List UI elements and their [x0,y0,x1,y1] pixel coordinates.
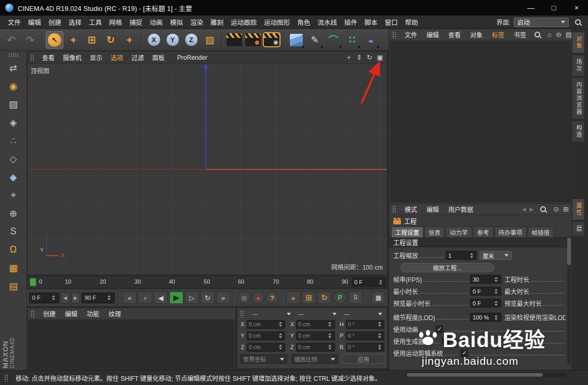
points-mode-button[interactable]: ∴ [3,132,24,149]
snap-mode-button[interactable]: S [3,223,24,240]
zoom-view-icon[interactable]: ⇕ [355,53,364,62]
spinner-icon[interactable] [106,293,112,303]
spinner-icon[interactable] [327,321,333,328]
spinner-icon[interactable] [493,275,499,283]
rot-b-field[interactable]: 0 ° [346,343,384,352]
preview-min-field[interactable]: 0 F [470,299,501,308]
mograph-array-button[interactable]: ∷ [343,31,361,49]
vp-menu-prorender[interactable]: ProRender [173,53,211,62]
vp-menu-options[interactable]: 选项 [107,52,127,63]
scale-unit-select[interactable]: 厘米 [479,251,512,260]
search-icon[interactable] [534,32,540,37]
size-y-field[interactable]: 0 cm [296,331,335,340]
min-time-field[interactable]: 0 F [470,287,501,296]
key-points-button[interactable]: ⠿ [349,291,363,304]
menu-item-window[interactable]: 窗口 [381,16,402,29]
frame-decrement-button[interactable]: ◀ [61,293,70,303]
lock-icon[interactable]: ⊙ [553,205,559,213]
spinner-icon[interactable] [327,332,333,340]
loop-button[interactable]: ↻ [201,291,215,304]
om-menu-objects[interactable]: 对象 [466,29,487,40]
nav-forward-icon[interactable]: ▹ [530,205,533,213]
section-title[interactable]: 工程设置 [389,237,572,247]
tab-project-settings[interactable]: 工程设置 [391,227,423,237]
spinner-icon[interactable] [378,278,383,286]
prev-key-button[interactable]: ‹ [138,291,152,304]
pos-x-field[interactable]: 0 cm [247,320,285,329]
coordinate-system-button[interactable]: ▧ [201,31,219,49]
use-generators-checkbox[interactable]: ✓ [442,338,449,345]
size-z-field[interactable]: 0 cm [296,343,335,352]
move-tool[interactable]: + [64,31,82,49]
rot-p-field[interactable]: 0 ° [346,331,384,340]
side-tab-takes[interactable]: 场次 [572,55,585,76]
texture-mode-button[interactable]: ▨ [3,96,24,113]
menu-item-select[interactable]: 选择 [65,16,85,29]
coordinate-system-select[interactable]: 世界坐标 [240,354,287,364]
mat-menu-create[interactable]: 创建 [39,308,60,319]
panel-handle[interactable] [30,54,35,61]
menu-item-render[interactable]: 渲染 [186,16,207,29]
om-menu-view[interactable]: 查看 [444,29,465,40]
om-menu-edit[interactable]: 编辑 [422,29,443,40]
size-x-field[interactable]: 0 cm [296,320,335,329]
spinner-icon[interactable] [327,343,333,351]
autokey-record-button[interactable]: ● [252,291,264,304]
menu-item-motion-tracker[interactable]: 运动跟踪 [227,16,260,29]
generators-button[interactable]: ⌒ [325,31,342,49]
use-animation-checkbox[interactable]: ✓ [436,326,443,333]
polygons-mode-button[interactable]: ◆ [3,168,24,185]
lock-y-axis-button[interactable]: Y [164,31,181,49]
menu-item-plugins[interactable]: 插件 [341,16,361,29]
spinner-icon[interactable] [377,343,382,351]
spinner-icon[interactable] [277,321,283,328]
redo-button[interactable]: ↷ [21,31,39,49]
panel-handle[interactable] [240,310,245,317]
side-tab-layers[interactable]: 层 [572,221,585,236]
current-frame-field[interactable]: 0 F [29,293,59,303]
menu-item-create[interactable]: 创建 [45,16,65,29]
om-menu-tags[interactable]: 标签 [488,29,509,40]
key-rotation-button[interactable]: ↻ [317,291,331,304]
menu-item-file[interactable]: 文件 [4,16,24,29]
viewport-canvas[interactable]: 顶视图 Y X 网格间距：100 cm [28,64,387,274]
mat-menu-texture[interactable]: 纹理 [104,308,125,319]
spinner-icon[interactable] [277,332,283,340]
collapse-icon[interactable]: ⊖ [556,31,562,38]
panel-handle[interactable] [392,31,397,38]
horizontal-scrollbar[interactable] [405,373,566,377]
use-motion-clip-checkbox[interactable]: ✓ [461,350,468,357]
make-editable-button[interactable]: ⇄ [3,59,24,76]
at-menu-edit[interactable]: 编辑 [422,204,443,215]
rot-h-field[interactable]: 0 ° [346,320,384,329]
maximize-button[interactable]: □ [542,0,565,16]
end-frame-field[interactable]: 90 F [82,293,115,303]
keying-help-button[interactable]: ? [266,291,278,304]
record-off-button[interactable]: ⊘ [238,291,250,304]
nav-back-icon[interactable]: ◃ [522,205,526,213]
frame-increment-button[interactable]: ▶ [71,293,80,303]
vp-menu-filter[interactable]: 过滤 [128,52,148,63]
pan-view-icon[interactable]: + [344,53,353,62]
menu-item-sculpt[interactable]: 雕刻 [207,16,227,29]
key-position-button[interactable]: + [286,291,300,304]
scale-project-button[interactable]: 缩放工程... [400,263,494,272]
scrollbar-thumb[interactable] [567,238,571,265]
workplane-mode-button[interactable]: ◈ [3,114,24,131]
menu-item-help[interactable]: 帮助 [402,16,422,29]
side-tab-attributes[interactable]: 属性 [572,198,585,220]
scale-tool[interactable]: ⊞ [83,31,101,49]
magnet-snap-button[interactable]: Ω [3,241,24,258]
menu-item-character[interactable]: 角色 [293,16,314,29]
side-tab-content-browser[interactable]: 内容浏览器 [572,77,585,120]
timeline-playhead[interactable] [30,278,36,286]
rotate-view-icon[interactable]: ↻ [365,53,374,62]
om-menu-file[interactable]: 文件 [400,29,421,40]
next-frame-button[interactable]: ▷ [185,291,199,304]
object-axis-mode-button[interactable]: ⊕ [3,205,24,222]
at-menu-userdata[interactable]: 用户数据 [444,204,477,215]
attribute-scrollbar[interactable] [567,237,571,365]
menu-item-edit[interactable]: 编辑 [24,16,45,29]
tab-referencing[interactable]: 参考 [473,227,493,237]
render-to-picture-viewer-button[interactable] [245,33,261,46]
